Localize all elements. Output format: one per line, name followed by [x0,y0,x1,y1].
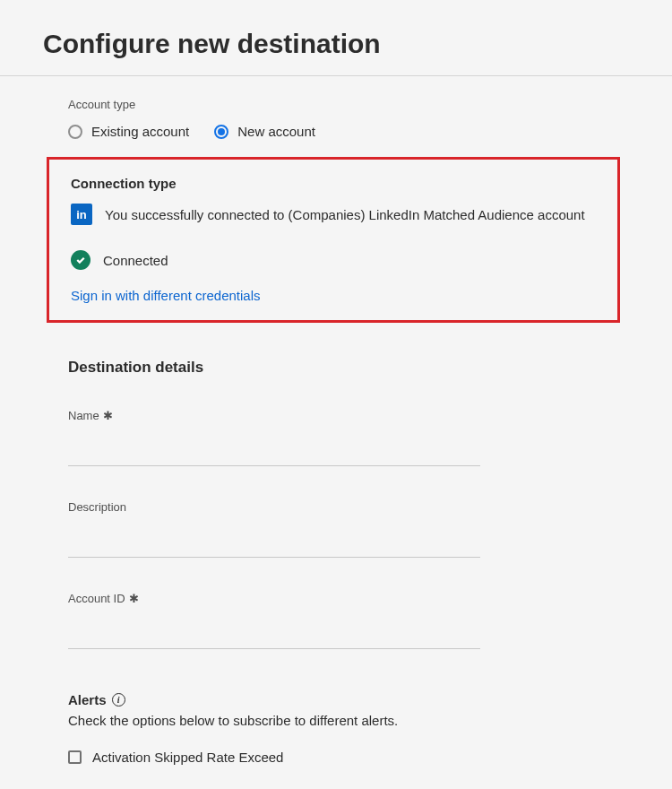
field-name-group: Name ✱ [68,409,629,466]
connection-highlight-box: Connection type in You successfully conn… [47,157,620,323]
field-name-label-text: Name [68,409,99,422]
field-description-label-text: Description [68,500,126,514]
required-asterisk-icon: ✱ [129,592,139,605]
connection-type-title: Connection type [71,176,596,191]
alert-activation-skipped-row: Activation Skipped Rate Exceed [68,750,629,765]
alerts-header: Alerts i [68,692,629,707]
alerts-title: Alerts [68,692,107,707]
field-description-label: Description [68,500,629,514]
radio-new-account[interactable]: New account [214,124,315,139]
radio-existing-label: Existing account [91,124,189,139]
page-title: Configure new destination [43,29,629,59]
sign-in-different-link[interactable]: Sign in with different credentials [71,288,261,303]
field-accountid-group: Account ID ✱ [68,592,629,649]
field-accountid-label: Account ID ✱ [68,592,629,605]
connection-status-row: Connected [71,250,596,270]
radio-new-label: New account [237,124,315,139]
account-type-radio-group: Existing account New account [68,124,629,139]
connection-message-row: in You successfully connected to (Compan… [71,204,596,225]
alerts-description: Check the options below to subscribe to … [68,713,629,728]
destination-details-title: Destination details [68,359,629,377]
account-id-input[interactable] [68,630,480,649]
field-accountid-label-text: Account ID [68,592,125,605]
field-description-group: Description [68,500,629,558]
alert-activation-skipped-checkbox[interactable] [68,750,82,764]
linkedin-icon: in [71,204,92,225]
title-divider [0,75,672,76]
page-container: Configure new destination Account type E… [0,0,672,789]
account-type-label: Account type [68,98,629,111]
radio-existing-account[interactable]: Existing account [68,124,189,139]
radio-circle-icon [68,125,82,139]
field-name-label: Name ✱ [68,409,629,422]
connection-status-label: Connected [103,253,168,268]
radio-circle-selected-icon [214,125,228,139]
content-area: Account type Existing account New accoun… [43,98,629,765]
check-icon [71,250,90,270]
info-icon[interactable]: i [112,693,125,707]
required-asterisk-icon: ✱ [103,409,113,422]
name-input[interactable] [68,447,480,466]
alert-activation-skipped-label: Activation Skipped Rate Exceed [92,750,283,765]
description-input[interactable] [68,539,480,558]
connection-message: You successfully connected to (Companies… [105,207,585,222]
